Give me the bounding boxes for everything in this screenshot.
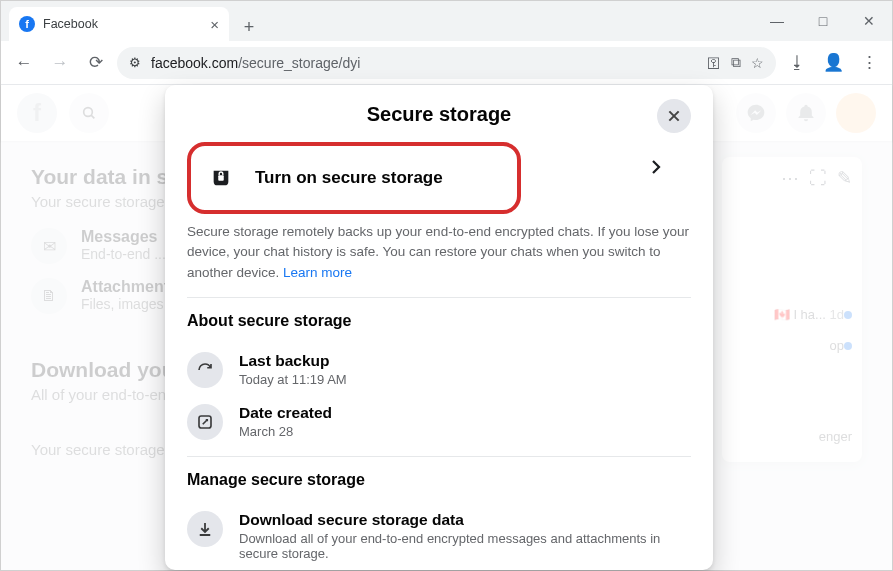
- download-data-subtitle: Download all of your end-to-end encrypte…: [239, 531, 691, 561]
- delete-storage-button[interactable]: Delete secure storage: [187, 569, 691, 570]
- window-close[interactable]: ✕: [846, 1, 892, 41]
- chevron-right-icon: [647, 158, 665, 176]
- browser-tab-bar: f Facebook × + — □ ✕: [1, 1, 892, 41]
- about-section-title: About secure storage: [187, 312, 691, 330]
- last-backup-title: Last backup: [239, 352, 347, 370]
- download-data-button[interactable]: Download secure storage data Download al…: [187, 503, 691, 569]
- url-path: /secure_storage/dyi: [238, 55, 360, 71]
- modal-title: Secure storage: [367, 103, 512, 126]
- downloads-icon[interactable]: ⭳: [782, 48, 812, 78]
- back-button[interactable]: ←: [9, 48, 39, 78]
- divider: [187, 456, 691, 457]
- date-created-value: March 28: [239, 424, 332, 439]
- reload-button[interactable]: ⟳: [81, 48, 111, 78]
- date-created-row: Date created March 28: [187, 396, 691, 448]
- new-tab-button[interactable]: +: [235, 13, 263, 41]
- manage-section-title: Manage secure storage: [187, 471, 691, 489]
- url-host: facebook.com: [151, 55, 238, 71]
- svg-rect-4: [218, 175, 224, 181]
- browser-tab[interactable]: f Facebook ×: [9, 7, 229, 41]
- download-icon: [187, 511, 223, 547]
- site-settings-icon[interactable]: ⚙: [129, 55, 141, 70]
- profile-icon[interactable]: 👤: [818, 48, 848, 78]
- turn-on-secure-storage-button[interactable]: Turn on secure storage: [187, 142, 521, 214]
- secure-storage-modal: Secure storage Turn on secure storage Se…: [165, 85, 713, 570]
- close-icon[interactable]: [657, 99, 691, 133]
- last-backup-row: Last backup Today at 11:19 AM: [187, 344, 691, 396]
- close-tab-icon[interactable]: ×: [210, 16, 219, 33]
- tab-title: Facebook: [43, 17, 98, 31]
- window-minimize[interactable]: —: [754, 1, 800, 41]
- download-data-title: Download secure storage data: [239, 511, 691, 529]
- edit-icon: [187, 404, 223, 440]
- bookmark-icon[interactable]: ☆: [751, 55, 764, 71]
- date-created-title: Date created: [239, 404, 332, 422]
- last-backup-value: Today at 11:19 AM: [239, 372, 347, 387]
- install-icon[interactable]: ⧉: [731, 54, 741, 71]
- facebook-favicon: f: [19, 16, 35, 32]
- learn-more-link[interactable]: Learn more: [283, 265, 352, 280]
- forward-button[interactable]: →: [45, 48, 75, 78]
- divider: [187, 297, 691, 298]
- turn-on-label: Turn on secure storage: [255, 168, 443, 188]
- browser-toolbar: ← → ⟳ ⚙ facebook.com/secure_storage/dyi …: [1, 41, 892, 85]
- refresh-icon: [187, 352, 223, 388]
- description-text: Secure storage remotely backs up your en…: [187, 222, 691, 283]
- browser-menu-icon[interactable]: ⋮: [854, 48, 884, 78]
- window-maximize[interactable]: □: [800, 1, 846, 41]
- secure-storage-icon: [203, 160, 239, 196]
- address-bar[interactable]: ⚙ facebook.com/secure_storage/dyi ⚿ ⧉ ☆: [117, 47, 776, 79]
- key-icon[interactable]: ⚿: [707, 55, 721, 71]
